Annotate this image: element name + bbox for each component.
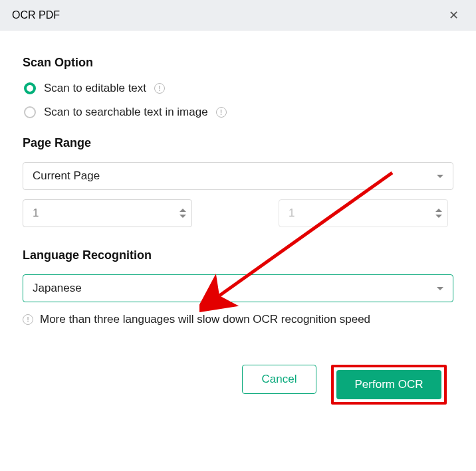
chevron-down-icon: [437, 287, 443, 290]
stepper-arrows: [435, 209, 442, 218]
close-icon[interactable]: ✕: [443, 5, 464, 25]
chevron-down-icon: [437, 175, 443, 178]
scan-option-title: Scan Option: [23, 56, 453, 70]
language-select[interactable]: Japanese: [23, 274, 453, 302]
cancel-label: Cancel: [262, 373, 297, 386]
page-range-select[interactable]: Current Page: [23, 162, 453, 190]
info-icon[interactable]: [154, 83, 165, 94]
titlebar-title: OCR PDF: [12, 9, 60, 21]
radio-button[interactable]: [24, 106, 36, 118]
arrow-up-icon[interactable]: [179, 209, 186, 212]
page-range-value: Current Page: [33, 169, 100, 183]
language-title: Language Recognition: [23, 248, 453, 262]
perform-label: Perform OCR: [355, 378, 423, 391]
language-value: Japanese: [33, 282, 82, 295]
page-range-title: Page Range: [23, 136, 453, 150]
arrow-up-icon[interactable]: [435, 209, 442, 212]
info-icon[interactable]: [216, 107, 227, 118]
annotation-highlight: Perform OCR: [331, 365, 447, 405]
dialog-buttons: Cancel Perform OCR: [23, 365, 453, 405]
warning-text: More than three languages will slow down…: [40, 313, 370, 326]
page-range-section: Page Range Current Page 1 1: [23, 136, 453, 227]
page-range-spinners: 1 1: [23, 199, 453, 227]
radio-editable-text[interactable]: Scan to editable text: [24, 82, 453, 95]
page-to-stepper[interactable]: 1: [279, 199, 448, 227]
perform-ocr-button[interactable]: Perform OCR: [336, 370, 441, 399]
page-from-value: 1: [33, 207, 39, 220]
radio-label: Scan to searchable text in image: [44, 106, 208, 119]
arrow-down-icon[interactable]: [179, 215, 186, 218]
info-icon: [23, 314, 33, 325]
dialog-content: Scan Option Scan to editable text Scan t…: [0, 31, 476, 405]
titlebar: OCR PDF ✕: [0, 0, 476, 31]
radio-label: Scan to editable text: [44, 82, 146, 95]
scan-option-section: Scan Option Scan to editable text Scan t…: [23, 56, 453, 119]
arrow-down-icon[interactable]: [435, 215, 442, 218]
page-from-stepper[interactable]: 1: [23, 199, 192, 227]
radio-searchable-text[interactable]: Scan to searchable text in image: [24, 106, 453, 119]
language-warning: More than three languages will slow down…: [23, 313, 453, 326]
radio-button-selected[interactable]: [24, 82, 36, 94]
page-to-value: 1: [289, 207, 295, 220]
language-section: Language Recognition Japanese More than …: [23, 248, 453, 326]
stepper-arrows: [179, 209, 186, 218]
cancel-button[interactable]: Cancel: [242, 365, 316, 394]
